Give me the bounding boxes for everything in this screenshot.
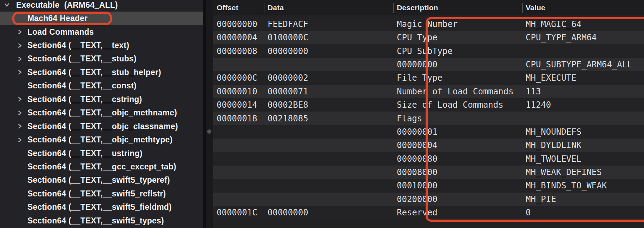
sidebar-item-label: Section64 (__TEXT,__swift5_typeref) — [27, 175, 170, 185]
sidebar-item-label: Section64 (__TEXT,__swift5_reflstr) — [27, 189, 166, 199]
sidebar-item[interactable]: Section64 (__TEXT,__const) — [0, 79, 203, 93]
sidebar-item-label: Section64 (__TEXT,__cstring) — [27, 95, 142, 104]
chevron-down-icon[interactable] — [4, 2, 10, 8]
sidebar-item-label: Executable (ARM64_ALL) — [16, 0, 118, 10]
cell-data: 00000000 — [268, 206, 308, 219]
cell-description: Number of Load Commands — [397, 85, 513, 98]
sidebar-item[interactable]: Section64 (__TEXT,__swift5_typeref) — [0, 174, 203, 187]
column-header-value[interactable]: Value — [526, 0, 545, 15]
cell-description: Size of Load Commands — [397, 98, 503, 112]
sidebar-item[interactable]: Section64 (__TEXT,__text) — [0, 39, 203, 52]
sidebar-item-list: Executable (ARM64_ALL) Mach64 Header Loa… — [0, 0, 203, 227]
cell-data: 00002BE8 — [268, 98, 308, 112]
cell-description: CPU SubType — [397, 44, 453, 58]
cell-value: 11240 — [526, 98, 551, 112]
column-header-data[interactable]: Data — [268, 0, 284, 15]
sidebar-item[interactable]: Section64 (__TEXT,__stub_helper) — [0, 66, 203, 79]
cell-offset: 00000008 — [217, 44, 257, 58]
split-handle-icon[interactable] — [207, 129, 211, 134]
sidebar-item[interactable]: Load Commands — [0, 25, 203, 39]
sidebar-item[interactable]: Section64 (__TEXT,__swift5_types) — [0, 214, 203, 227]
table-row[interactable]: 00000000 CPU_SUBTYPE_ARM64_ALL — [213, 58, 644, 71]
table-row[interactable]: 00000004 0100000C CPU Type CPU_TYPE_ARM6… — [213, 31, 644, 44]
column-header-description[interactable]: Description — [397, 0, 438, 15]
cell-description: Magic Number — [397, 18, 458, 31]
table-row[interactable]: 00000000 FEEDFACF Magic Number MH_MAGIC_… — [213, 18, 644, 31]
cell-description: File Type — [397, 71, 442, 85]
sidebar-item-label: Mach64 Header — [27, 14, 87, 23]
sidebar-item[interactable]: Section64 (__TEXT,__objc_classname) — [0, 120, 203, 133]
chevron-right-icon[interactable] — [17, 42, 23, 49]
cell-data: 0100000C — [268, 31, 308, 44]
table-row[interactable]: 00200000 MH_PIE — [213, 193, 644, 206]
cell-description: Reserved — [397, 206, 438, 219]
sidebar-item[interactable]: Section64 (__TEXT,__gcc_except_tab) — [0, 160, 203, 173]
cell-data: 00000071 — [268, 85, 308, 98]
sidebar-item[interactable]: Section64 (__TEXT,__swift5_reflstr) — [0, 187, 203, 200]
cell-offset: 00000004 — [217, 31, 257, 44]
cell-offset: 0000001C — [217, 206, 257, 219]
chevron-right-icon[interactable] — [17, 69, 23, 75]
table-row[interactable]: 00008000 MH_WEAK_DEFINES — [213, 166, 644, 179]
sidebar-item[interactable]: Section64 (__TEXT,__objc_methname) — [0, 106, 203, 120]
table-row[interactable]: 00000004 MH_DYLDLINK — [213, 139, 644, 152]
sidebar-item[interactable]: Section64 (__TEXT,__ustring) — [0, 147, 203, 160]
cell-offset: 00000010 — [217, 85, 257, 98]
column-separator[interactable] — [264, 3, 264, 13]
cell-value: MH_DYLDLINK — [526, 139, 581, 152]
sidebar-item-label: Section64 (__TEXT,__ustring) — [27, 149, 143, 158]
sidebar-item-label: Section64 (__TEXT,__objc_methname) — [27, 108, 177, 118]
column-separator[interactable] — [393, 3, 394, 13]
sidebar-tree: Executable (ARM64_ALL) Mach64 Header Loa… — [0, 0, 203, 228]
table-row[interactable]: 00000014 00002BE8 Size of Load Commands … — [213, 98, 644, 112]
cell-description: 00000000 — [397, 58, 438, 71]
chevron-right-icon[interactable] — [17, 56, 23, 62]
cell-description: 00000080 — [397, 152, 438, 166]
column-header-offset[interactable]: Offset — [217, 0, 238, 15]
cell-value: MH_WEAK_DEFINES — [526, 166, 602, 179]
cell-data: 00218085 — [268, 112, 308, 125]
sidebar-item[interactable]: Section64 (__TEXT,__stubs) — [0, 52, 203, 66]
table-row[interactable]: 0000001C 00000000 Reserved 0 — [213, 206, 644, 219]
sidebar-item-label: Section64 (__TEXT,__objc_classname) — [27, 122, 178, 131]
cell-data: FEEDFACF — [268, 18, 308, 31]
cell-data: 00000000 — [268, 44, 308, 58]
chevron-right-icon[interactable] — [17, 137, 23, 143]
cell-value: CPU_TYPE_ARM64 — [526, 31, 597, 44]
split-divider[interactable] — [203, 0, 206, 228]
cell-value: MH_MAGIC_64 — [526, 18, 581, 31]
chevron-right-icon[interactable] — [17, 96, 23, 102]
table-row[interactable]: 0000000C 00000002 File Type MH_EXECUTE — [213, 71, 644, 85]
sidebar-item-label: Section64 (__TEXT,__swift5_types) — [27, 216, 164, 226]
table-row[interactable]: 00000001 MH_NOUNDEFS — [213, 125, 644, 139]
table-row[interactable]: 00010000 MH_BINDS_TO_WEAK — [213, 179, 644, 192]
table-row[interactable]: 00000008 00000000 CPU SubType — [213, 44, 644, 58]
cell-description: 00000001 — [397, 125, 438, 139]
sidebar-item-label: Section64 (__TEXT,__objc_methtype) — [27, 135, 172, 145]
sidebar-item[interactable]: Section64 (__TEXT,__swift5_fieldmd) — [0, 201, 203, 214]
chevron-right-icon[interactable] — [17, 123, 23, 129]
cell-offset: 00000014 — [217, 98, 257, 112]
cell-description: 00000004 — [397, 139, 438, 152]
table-row[interactable]: 00000010 00000071 Number of Load Command… — [213, 85, 644, 98]
chevron-right-icon[interactable] — [17, 29, 23, 35]
cell-description: 00010000 — [397, 179, 438, 192]
sidebar-item[interactable]: Section64 (__TEXT,__objc_methtype) — [0, 133, 203, 146]
cell-value: 0 — [526, 206, 531, 219]
split-gutter — [206, 0, 213, 228]
cell-value: MH_EXECUTE — [526, 71, 577, 85]
sidebar-item[interactable]: Executable (ARM64_ALL) — [0, 0, 203, 12]
cell-description: CPU Type — [397, 31, 438, 44]
cell-description: 00008000 — [397, 166, 438, 179]
sidebar-item-label: Section64 (__TEXT,__gcc_except_tab) — [27, 162, 176, 172]
column-separator[interactable] — [522, 3, 523, 13]
header-fields-table-panel: OffsetDataDescriptionValue 00000000 FEED… — [213, 0, 644, 228]
table-row[interactable]: 00000080 MH_TWOLEVEL — [213, 152, 644, 166]
table-row[interactable]: 00000018 00218085 Flags — [213, 112, 644, 125]
cell-value: MH_BINDS_TO_WEAK — [526, 179, 607, 192]
chevron-right-icon[interactable] — [17, 110, 23, 116]
cell-description: 00200000 — [397, 193, 438, 206]
sidebar-item-selected[interactable]: Mach64 Header — [0, 12, 203, 25]
cell-offset: 00000018 — [217, 112, 257, 125]
sidebar-item[interactable]: Section64 (__TEXT,__cstring) — [0, 93, 203, 106]
